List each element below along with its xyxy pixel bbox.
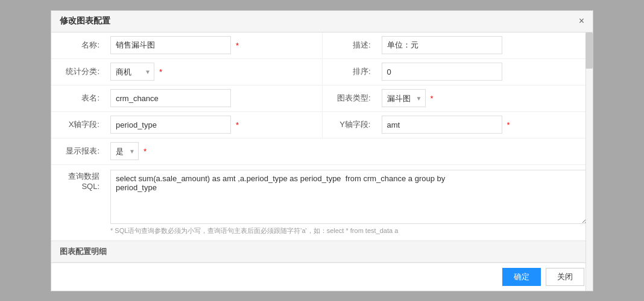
table-field bbox=[106, 85, 322, 111]
xfield-label: X轴字段: bbox=[51, 119, 106, 130]
sql-content: select sum(a.sale_amount) as amt ,a.peri… bbox=[106, 165, 593, 240]
stat-section: 统计分类: 商机 客户 联系人 ▼ * bbox=[51, 59, 322, 84]
modal-dialog: 修改图表配置 × 名称: * 描述: bbox=[51, 10, 593, 291]
name-input[interactable] bbox=[110, 36, 231, 54]
close-button[interactable]: 关闭 bbox=[546, 268, 584, 286]
yfield-input[interactable] bbox=[382, 116, 502, 134]
display-field: 是 否 ▼ * bbox=[106, 138, 322, 164]
xfield-input[interactable] bbox=[110, 116, 231, 134]
sql-label: 查询数据SQL: bbox=[51, 165, 106, 240]
form-row-stat-order: 统计分类: 商机 客户 联系人 ▼ * bbox=[51, 59, 593, 85]
desc-input[interactable] bbox=[382, 36, 502, 54]
desc-field bbox=[377, 33, 593, 58]
sql-section: 查询数据SQL: select sum(a.sale_amount) as am… bbox=[51, 165, 593, 241]
modal-overlay: 修改图表配置 × 名称: * 描述: bbox=[0, 0, 644, 301]
name-section: 名称: * bbox=[51, 33, 322, 58]
xfield-required: * bbox=[236, 120, 239, 129]
desc-label: 描述: bbox=[323, 40, 377, 51]
scrollbar-track[interactable] bbox=[586, 33, 593, 291]
display-select[interactable]: 是 否 bbox=[110, 142, 139, 160]
yfield-section: Y轴字段: * bbox=[322, 112, 593, 137]
charttype-select-wrapper: 漏斗图 柱状图 折线图 饼图 ▼ bbox=[382, 89, 426, 107]
modal-title: 修改图表配置 bbox=[60, 16, 110, 26]
name-field: * bbox=[106, 33, 322, 58]
name-required: * bbox=[236, 41, 239, 50]
xfield-field: * bbox=[106, 112, 322, 137]
display-label: 显示报表: bbox=[51, 146, 106, 157]
sql-hint: * SQL语句查询参数必须为小写，查询语句主表后面必须跟随字符'a'，如：sel… bbox=[110, 226, 588, 235]
yfield-field: * bbox=[377, 112, 593, 137]
scrollbar-thumb[interactable] bbox=[586, 33, 593, 69]
stat-select[interactable]: 商机 客户 联系人 bbox=[110, 63, 154, 81]
display-select-wrapper: 是 否 ▼ bbox=[110, 142, 139, 160]
order-input[interactable] bbox=[382, 63, 502, 81]
stat-label: 统计分类: bbox=[51, 66, 106, 77]
charttype-section: 图表类型: 漏斗图 柱状图 折线图 饼图 ▼ bbox=[322, 85, 593, 111]
form-row-name-desc: 名称: * 描述: bbox=[51, 33, 593, 59]
form-row-xy: X轴字段: * Y轴字段: * bbox=[51, 112, 593, 138]
charttype-select[interactable]: 漏斗图 柱状图 折线图 饼图 bbox=[382, 89, 426, 107]
form-section: 名称: * 描述: bbox=[51, 33, 593, 262]
modal-close-button[interactable]: × bbox=[579, 16, 584, 26]
sql-textarea[interactable]: select sum(a.sale_amount) as amt ,a.peri… bbox=[110, 170, 588, 224]
charttype-field: 漏斗图 柱状图 折线图 饼图 ▼ * bbox=[377, 85, 593, 111]
yfield-label: Y轴字段: bbox=[323, 119, 377, 130]
display-required: * bbox=[144, 147, 147, 156]
yfield-required: * bbox=[507, 120, 510, 129]
name-label: 名称: bbox=[51, 40, 106, 51]
display-section: 显示报表: 是 否 ▼ * bbox=[51, 138, 322, 164]
modal-footer: 确定 关闭 bbox=[51, 262, 593, 291]
stat-select-wrapper: 商机 客户 联系人 ▼ bbox=[110, 63, 154, 81]
order-field bbox=[377, 59, 593, 84]
table-section: 表名: bbox=[51, 85, 322, 111]
charttype-required: * bbox=[431, 94, 434, 103]
section-bar: 图表配置明细 bbox=[51, 241, 593, 262]
confirm-button[interactable]: 确定 bbox=[502, 268, 541, 286]
modal-header: 修改图表配置 × bbox=[51, 11, 593, 33]
xfield-section: X轴字段: * bbox=[51, 112, 322, 137]
stat-field: 商机 客户 联系人 ▼ * bbox=[106, 59, 322, 84]
charttype-label: 图表类型: bbox=[323, 93, 377, 104]
order-label: 排序: bbox=[323, 66, 377, 77]
form-row-table-charttype: 表名: 图表类型: 漏斗图 柱状图 折线图 bbox=[51, 85, 593, 112]
desc-section: 描述: bbox=[322, 33, 593, 58]
table-label: 表名: bbox=[51, 93, 106, 104]
modal-body: 名称: * 描述: bbox=[51, 33, 593, 262]
order-section: 排序: bbox=[322, 59, 593, 84]
table-input[interactable] bbox=[110, 89, 231, 107]
form-row-display: 显示报表: 是 否 ▼ * bbox=[51, 138, 593, 165]
stat-required: * bbox=[159, 67, 162, 76]
